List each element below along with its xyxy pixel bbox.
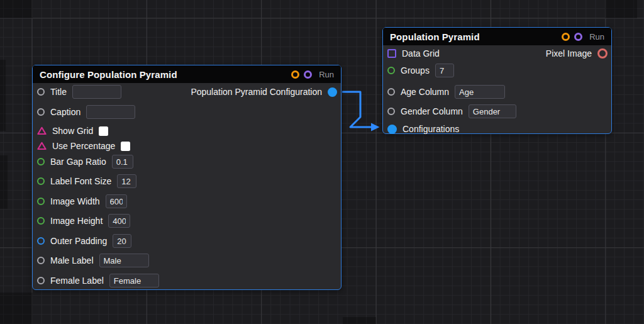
bar-gap-ratio-input[interactable] [112, 155, 133, 169]
male-label-input[interactable] [99, 254, 149, 267]
node-population-pyramid[interactable]: Population Pyramid Run Data Grid Pixel I… [382, 27, 612, 134]
run-button[interactable]: Run [589, 32, 604, 42]
input-label: Data Grid [402, 48, 440, 59]
input-row-gender-column: Gender Column [383, 104, 516, 119]
input-port-age-column[interactable] [387, 88, 395, 96]
grid-dark-patch [343, 317, 376, 324]
input-label: Use Percentage [52, 141, 115, 151]
input-port-image-width[interactable] [37, 198, 45, 205]
input-port-outer-padding[interactable] [37, 237, 45, 245]
input-label: Groups [401, 65, 430, 75]
input-port-caption[interactable] [37, 108, 45, 116]
header-purple-port-icon[interactable] [304, 70, 312, 79]
node-header[interactable]: Population Pyramid Run [383, 28, 611, 45]
output-row-configuration: Population Pyramid Configuration [191, 84, 341, 99]
input-row-use-percentage: Use Percentage [33, 138, 130, 154]
input-row-female-label: Female Label [33, 273, 159, 288]
title-input[interactable] [72, 85, 121, 99]
input-label: Label Font Size [50, 176, 111, 186]
input-row-title: Title [33, 84, 121, 99]
triangle-icon [37, 142, 47, 150]
input-port-groups[interactable] [387, 67, 395, 74]
input-label: Female Label [50, 276, 104, 286]
input-row-label-font-size: Label Font Size [33, 174, 136, 189]
input-port-data-grid[interactable] [387, 49, 396, 58]
grid-dark-patch [0, 155, 8, 209]
age-column-input[interactable] [455, 85, 505, 99]
input-label: Configurations [402, 124, 459, 134]
header-purple-port-icon[interactable] [574, 33, 582, 41]
output-port-pixel-image[interactable] [597, 48, 608, 59]
input-port-gender-column[interactable] [387, 108, 395, 115]
input-row-image-width: Image Width [33, 194, 127, 209]
input-label: Outer Padding [50, 236, 107, 246]
input-label: Caption [50, 107, 80, 117]
node-configure-population-pyramid[interactable]: Configure Population Pyramid Run Populat… [32, 65, 341, 290]
grid-dark-patch [605, 0, 637, 18]
input-label: Gender Column [401, 106, 463, 116]
header-orange-port-icon[interactable] [562, 33, 570, 41]
image-width-input[interactable] [106, 194, 127, 208]
input-row-age-column: Age Column [383, 84, 505, 99]
female-label-input[interactable] [109, 274, 159, 288]
label-font-size-input[interactable] [117, 174, 136, 188]
triangle-icon [37, 126, 47, 135]
output-port-configuration[interactable] [328, 87, 337, 97]
input-row-male-label: Male Label [33, 253, 149, 268]
input-port-title[interactable] [37, 88, 45, 96]
image-height-input[interactable] [108, 214, 130, 228]
input-label: Bar Gap Ratio [50, 157, 106, 167]
input-label: Title [50, 87, 67, 97]
input-port-image-height[interactable] [37, 217, 45, 225]
node-editor-canvas[interactable]: Configure Population Pyramid Run Populat… [0, 0, 644, 324]
run-button[interactable]: Run [319, 70, 334, 79]
input-port-male-label[interactable] [37, 257, 45, 264]
input-row-bar-gap-ratio: Bar Gap Ratio [33, 154, 133, 169]
input-port-use-percentage[interactable] [37, 142, 47, 150]
gender-column-input[interactable] [469, 104, 516, 118]
input-row-show-grid: Show Grid [33, 123, 108, 138]
input-port-show-grid[interactable] [37, 126, 47, 135]
input-label: Age Column [401, 87, 449, 97]
output-label: Population Pyramid Configuration [191, 87, 322, 97]
connection-arrowhead-icon [371, 123, 380, 131]
input-port-bar-gap-ratio[interactable] [37, 158, 45, 165]
groups-input[interactable] [435, 64, 454, 77]
header-orange-port-icon[interactable] [291, 70, 299, 79]
node-header[interactable]: Configure Population Pyramid Run [33, 65, 341, 83]
input-label: Image Width [50, 196, 100, 206]
input-row-caption: Caption [33, 104, 135, 120]
input-row-configurations: Configurations [383, 121, 459, 137]
input-port-configurations[interactable] [387, 125, 397, 134]
node-title: Population Pyramid [390, 31, 557, 42]
input-label: Show Grid [52, 126, 93, 136]
input-label: Male Label [50, 255, 94, 265]
output-label: Pixel Image [546, 48, 592, 59]
grid-dark-patch [0, 60, 6, 131]
use-percentage-checkbox[interactable] [121, 142, 130, 151]
node-title: Configure Population Pyramid [40, 69, 287, 80]
outer-padding-input[interactable] [113, 234, 131, 248]
input-row-groups: Groups [383, 63, 454, 78]
input-port-label-font-size[interactable] [37, 177, 45, 185]
show-grid-checkbox[interactable] [99, 126, 108, 136]
input-row-outer-padding: Outer Padding [33, 233, 131, 249]
grid-dark-patch [0, 0, 33, 18]
output-row-pixel-image: Pixel Image [546, 46, 611, 61]
input-row-image-height: Image Height [33, 213, 130, 228]
input-label: Image Height [50, 216, 103, 226]
input-port-female-label[interactable] [37, 277, 45, 284]
connection-wire[interactable] [342, 92, 372, 127]
input-row-data-grid: Data Grid [383, 46, 440, 61]
grid-dark-patch [0, 293, 33, 324]
caption-input[interactable] [86, 105, 135, 119]
